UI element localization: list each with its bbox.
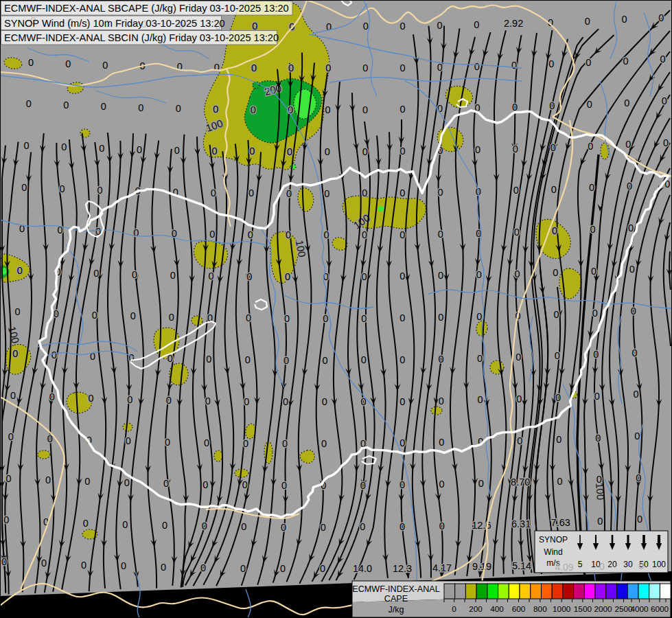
svg-text:SYNOP: SYNOP — [539, 535, 568, 545]
svg-text:0: 0 — [624, 98, 629, 108]
svg-text:0: 0 — [287, 146, 292, 157]
svg-text:6000: 6000 — [651, 604, 669, 614]
svg-text:0: 0 — [514, 227, 520, 238]
svg-text:0: 0 — [477, 353, 483, 364]
svg-text:0: 0 — [589, 182, 594, 193]
svg-text:400: 400 — [490, 604, 504, 614]
svg-text:0: 0 — [61, 141, 67, 152]
svg-text:0: 0 — [553, 267, 558, 278]
svg-text:0: 0 — [245, 354, 251, 365]
svg-text:0: 0 — [399, 396, 405, 407]
svg-text:0: 0 — [362, 187, 367, 198]
svg-text:0: 0 — [280, 563, 286, 574]
svg-text:0: 0 — [132, 269, 137, 280]
svg-text:0: 0 — [555, 350, 560, 361]
svg-text:0: 0 — [636, 472, 641, 483]
svg-text:0: 0 — [211, 187, 216, 198]
svg-text:0: 0 — [283, 355, 289, 366]
svg-text:0: 0 — [593, 349, 599, 360]
svg-text:0: 0 — [8, 431, 14, 442]
svg-text:100: 100 — [652, 560, 666, 569]
svg-text:0: 0 — [362, 271, 367, 282]
svg-text:4000: 4000 — [630, 604, 649, 614]
svg-text:5: 5 — [578, 560, 583, 569]
svg-text:0: 0 — [638, 560, 644, 571]
svg-text:0: 0 — [590, 224, 595, 235]
svg-text:0: 0 — [176, 103, 181, 114]
svg-text:0: 0 — [439, 479, 444, 490]
svg-text:0: 0 — [1, 556, 7, 567]
svg-text:0: 0 — [202, 520, 207, 531]
svg-text:0: 0 — [162, 520, 167, 531]
svg-text:0: 0 — [242, 479, 248, 490]
svg-text:6.31: 6.31 — [511, 518, 531, 529]
svg-text:0: 0 — [595, 433, 601, 444]
svg-text:0: 0 — [122, 519, 128, 530]
svg-text:0: 0 — [660, 54, 666, 65]
svg-text:0: 0 — [166, 395, 172, 406]
svg-text:0: 0 — [438, 270, 443, 281]
svg-text:0: 0 — [138, 102, 143, 113]
svg-text:0: 0 — [63, 100, 69, 111]
svg-text:4.17: 4.17 — [432, 562, 452, 573]
svg-text:0: 0 — [246, 271, 252, 282]
svg-text:0: 0 — [551, 142, 556, 153]
svg-text:0: 0 — [26, 98, 32, 109]
svg-text:2000: 2000 — [594, 604, 612, 614]
svg-text:0: 0 — [592, 308, 598, 319]
svg-text:0: 0 — [628, 222, 634, 233]
svg-text:0: 0 — [323, 229, 329, 240]
svg-text:0: 0 — [362, 62, 368, 73]
svg-text:0: 0 — [252, 21, 257, 32]
svg-text:0: 0 — [399, 354, 405, 365]
svg-text:0: 0 — [211, 146, 217, 157]
svg-text:0: 0 — [209, 271, 214, 282]
svg-text:0: 0 — [629, 264, 635, 275]
svg-text:0: 0 — [360, 521, 365, 532]
svg-text:0: 0 — [627, 181, 632, 192]
svg-text:0: 0 — [101, 101, 106, 112]
svg-text:0: 0 — [557, 476, 562, 487]
svg-text:0: 0 — [438, 187, 443, 198]
svg-text:20: 20 — [607, 560, 617, 569]
svg-text:30: 30 — [623, 560, 633, 569]
svg-text:0: 0 — [121, 560, 126, 571]
svg-text:0: 0 — [517, 435, 522, 446]
svg-text:8.70: 8.70 — [511, 477, 530, 488]
svg-text:0: 0 — [54, 308, 59, 319]
svg-text:ECMWF-INDEX-ANAL SBCIN (J/kg): ECMWF-INDEX-ANAL SBCIN (J/kg) Friday 03-… — [4, 32, 279, 43]
svg-text:CAPE: CAPE — [384, 594, 408, 604]
svg-text:0: 0 — [399, 104, 405, 115]
svg-text:0: 0 — [437, 20, 442, 31]
svg-text:0: 0 — [623, 56, 628, 67]
svg-text:0: 0 — [438, 312, 443, 323]
svg-text:0: 0 — [81, 560, 86, 571]
svg-text:0: 0 — [49, 391, 55, 402]
svg-text:0: 0 — [399, 479, 405, 490]
svg-text:0: 0 — [15, 306, 21, 317]
svg-text:0: 0 — [399, 271, 405, 282]
svg-text:0: 0 — [551, 184, 557, 195]
svg-text:0: 0 — [281, 522, 286, 533]
svg-text:ECMWF-INDEX-ANAL SBCAPE (J/kg): ECMWF-INDEX-ANAL SBCAPE (J/kg) Friday 03… — [4, 3, 289, 14]
svg-text:0: 0 — [586, 57, 591, 68]
svg-text:0: 0 — [452, 604, 456, 614]
svg-text:0: 0 — [165, 437, 170, 448]
svg-text:0: 0 — [476, 269, 482, 280]
svg-text:0: 0 — [286, 188, 292, 199]
svg-text:600: 600 — [512, 604, 526, 614]
svg-text:2.92: 2.92 — [504, 18, 523, 29]
svg-text:0: 0 — [202, 479, 208, 490]
svg-text:0: 0 — [513, 144, 518, 154]
svg-text:0: 0 — [321, 438, 327, 449]
svg-text:0: 0 — [21, 182, 27, 193]
svg-text:0: 0 — [662, 95, 667, 106]
svg-text:0: 0 — [362, 104, 368, 115]
svg-text:J/kg: J/kg — [388, 605, 404, 615]
svg-text:0: 0 — [324, 188, 329, 199]
svg-text:0: 0 — [323, 313, 328, 324]
svg-text:0: 0 — [124, 477, 130, 488]
svg-text:0: 0 — [130, 310, 136, 321]
svg-text:0: 0 — [400, 21, 406, 32]
svg-text:0: 0 — [285, 271, 290, 282]
